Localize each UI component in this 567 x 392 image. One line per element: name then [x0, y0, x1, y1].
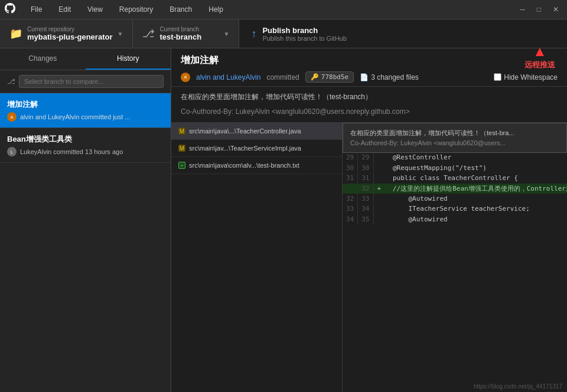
commit-detail-title: 增加注解 — [181, 54, 558, 67]
line-num-new: 30 — [358, 163, 373, 173]
close-button[interactable]: ✕ — [549, 4, 562, 15]
tooltip-line1: 在相应的类里面增加注解，增加代码可读性！（test-bra... — [350, 128, 559, 138]
avatar-0: A — [7, 112, 17, 122]
repo-chevron-icon: ▼ — [117, 31, 123, 37]
files-count-badge: 📄 3 changed files — [360, 73, 419, 81]
sidebar: Changes History ⎇ 增加注解 A alvin and Lukey… — [0, 48, 171, 392]
watermark: https://blog.csdn.net/jq_44171317 — [474, 383, 562, 390]
file-path-0: src\main\java\...\TeacherController.java — [189, 128, 301, 135]
file-item-0[interactable]: M src\main\java\...\TeacherController.ja… — [171, 123, 342, 140]
menu-file[interactable]: File — [27, 3, 45, 16]
menu-edit[interactable]: Edit — [55, 3, 74, 16]
diff-row: 32 + //这里的注解提供给Bean增强工具类使用的，Controller来调… — [343, 184, 567, 194]
diff-view: 在相应的类里面增加注解，增加代码可读性！（test-bra... Co-Auth… — [343, 123, 567, 392]
line-content: @RestController — [373, 152, 567, 162]
line-num-old: 30 — [343, 163, 358, 173]
compare-branch-icon: ⎇ — [7, 77, 15, 86]
commit-title-1: Bean增强类工具类 — [7, 134, 164, 145]
commit-hash-badge: 🔑 778bd5e — [305, 71, 354, 83]
minimize-button[interactable]: ─ — [516, 4, 529, 15]
line-num-old: 31 — [343, 173, 358, 183]
branch-compare-input[interactable] — [19, 75, 164, 88]
current-branch-section[interactable]: ⎇ Current branch test-branch ▼ — [133, 19, 239, 48]
diff-row: 31 31 public class TeacherController { — [343, 173, 567, 183]
line-num-new: 31 — [358, 173, 373, 183]
branch-chevron-icon: ▼ — [223, 31, 229, 37]
file-path-2: src\main\java\com\alv...\test-branch.txt — [189, 162, 299, 169]
commit-info-row: A alvin and LukeyAlvin committed 🔑 778bd… — [181, 71, 558, 83]
main-area: Changes History ⎇ 增加注解 A alvin and Lukey… — [0, 48, 567, 392]
hide-whitespace-checkbox[interactable] — [494, 73, 501, 81]
diff-row: 33 34 ITeacherService teacherService; — [343, 204, 567, 214]
maximize-button[interactable]: □ — [533, 4, 545, 15]
menu-view[interactable]: View — [84, 3, 106, 16]
line-num-new: 35 — [358, 214, 373, 224]
line-content: @Autowired — [373, 194, 567, 204]
menu-repository[interactable]: Repository — [116, 3, 157, 16]
commit-avatar: A — [181, 73, 190, 82]
commit-author-0: alvin and LukeyAlvin committed just ... — [20, 113, 130, 120]
sidebar-tabs: Changes History — [0, 48, 171, 70]
line-num-new: 33 — [358, 194, 373, 204]
content-area: M src\main\java\...\TeacherController.ja… — [171, 123, 567, 392]
window-controls: ─ □ ✕ — [516, 4, 562, 15]
line-content: public class TeacherController { — [373, 173, 567, 183]
hide-whitespace-area: Hide Whitespace — [494, 73, 558, 81]
diff-tooltip: 在相应的类里面增加注解，增加代码可读性！（test-bra... Co-Auth… — [343, 123, 567, 153]
commit-author-name: alvin and LukeyAlvin — [196, 73, 260, 81]
menu-branch[interactable]: Branch — [166, 3, 195, 16]
repo-icon: 📁 — [9, 27, 22, 40]
publish-title: Publish branch — [262, 26, 346, 35]
commit-co-author: Co-Authored-By: LukeyAlvin <wanglulu0620… — [181, 106, 558, 117]
current-repo-section[interactable]: 📁 Current repository mybatis-plus-genera… — [0, 19, 133, 48]
commit-item-0[interactable]: 增加注解 A alvin and LukeyAlvin committed ju… — [0, 93, 171, 128]
tab-changes[interactable]: Changes — [0, 48, 86, 70]
commit-message: 在相应的类里面增加注解，增加代码可读性！（test-branch） Co-Aut… — [171, 87, 567, 123]
repo-label: Current repository — [27, 26, 112, 32]
file-status-2: + — [178, 162, 185, 169]
file-item-1[interactable]: M src\main\jav...\TeacherServiceImpl.jav… — [171, 140, 342, 157]
tooltip-line2: Co-Authored-By: LukeyAlvin <wanglulu0620… — [350, 138, 559, 148]
branch-compare-area: ⎇ — [0, 70, 171, 93]
files-count-text: 3 changed files — [371, 73, 419, 81]
commit-msg-line1: 在相应的类里面增加注解，增加代码可读性！（test-branch） — [181, 92, 558, 103]
commit-meta-1: L LukeyAlvin committed 13 hours ago — [7, 147, 164, 156]
commit-meta-0: A alvin and LukeyAlvin committed just ..… — [7, 112, 164, 122]
line-num-old: 34 — [343, 214, 358, 224]
publish-subtitle: Publish this branch to GitHub — [262, 35, 346, 42]
line-content: ITeacherService teacherService; — [373, 204, 567, 214]
commit-verb: committed — [266, 73, 299, 81]
branch-icon: ⎇ — [142, 27, 155, 40]
commit-hash: 778bd5e — [321, 73, 348, 81]
file-status-0: M — [178, 128, 185, 135]
line-content: + //这里的注解提供给Bean增强工具类使用的，Controller来调动各个… — [373, 184, 567, 194]
line-num-old: 32 — [343, 194, 358, 204]
repo-name: mybatis-plus-generator — [27, 32, 112, 41]
diff-row: 29 29 @RestController — [343, 152, 567, 162]
diff-row: 32 33 @Autowired — [343, 194, 567, 204]
line-content: @RequestMapping("/test") — [373, 163, 567, 173]
branch-label: Current branch — [159, 26, 201, 32]
tab-history[interactable]: History — [86, 48, 171, 70]
commit-item-1[interactable]: Bean增强类工具类 L LukeyAlvin committed 13 hou… — [0, 128, 171, 163]
diff-row: 30 30 @RequestMapping("/test") — [343, 163, 567, 173]
publish-icon: ↑ — [251, 28, 256, 40]
titlebar: File Edit View Repository Branch Help ─ … — [0, 0, 567, 19]
key-icon: 🔑 — [311, 73, 319, 81]
line-content: @Autowired — [373, 214, 567, 224]
diff-row: 34 35 @Autowired — [343, 214, 567, 224]
commit-title-0: 增加注解 — [7, 99, 164, 110]
file-list: M src\main\java\...\TeacherController.ja… — [171, 123, 343, 392]
repobar: 📁 Current repository mybatis-plus-genera… — [0, 19, 567, 48]
avatar-1: L — [7, 147, 17, 156]
line-num-new: 34 — [358, 204, 373, 214]
line-num-old: 29 — [343, 152, 358, 162]
publish-section[interactable]: ↑ Publish branch Publish this branch to … — [239, 19, 567, 48]
file-item-2[interactable]: + src\main\java\com\alv...\test-branch.t… — [171, 157, 342, 174]
commit-header: 增加注解 A alvin and LukeyAlvin committed 🔑 … — [171, 48, 567, 87]
hide-whitespace-label: Hide Whitespace — [504, 73, 558, 81]
menu-help[interactable]: Help — [205, 3, 227, 16]
diff-table: 29 29 @RestController 30 30 @RequestMapp… — [343, 152, 567, 224]
line-num-new: 29 — [358, 152, 373, 162]
file-status-1: M — [178, 145, 185, 152]
